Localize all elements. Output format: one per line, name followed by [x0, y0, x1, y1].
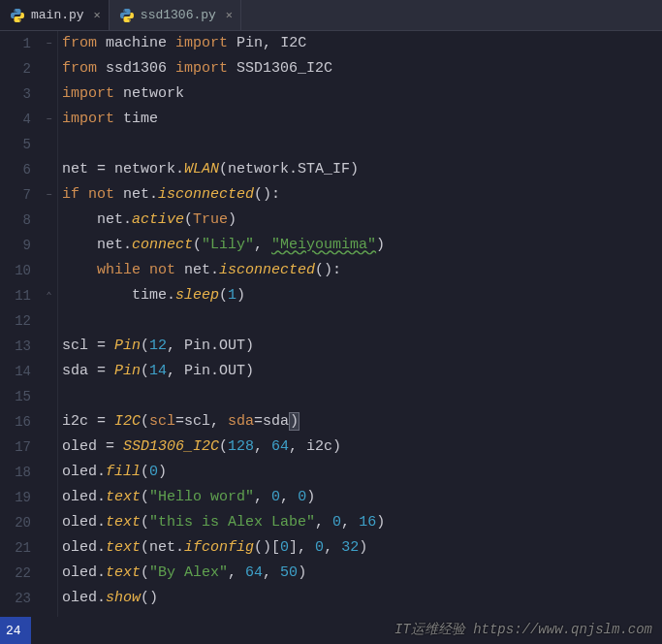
line-number: 1 — [0, 31, 31, 56]
code-line[interactable]: net = network.WLAN(network.STA_IF) — [62, 157, 662, 182]
code-line[interactable]: from machine import Pin, I2C — [62, 31, 662, 56]
fold-marker[interactable] — [41, 384, 57, 409]
code-line[interactable]: oled = SSD1306_I2C(128, 64, i2c) — [62, 435, 662, 460]
line-number: 16 — [0, 409, 31, 435]
line-number: 13 — [0, 334, 31, 359]
python-file-icon — [119, 8, 135, 23]
line-number: 21 — [0, 535, 31, 561]
tab-label: main.py — [31, 8, 84, 22]
fold-marker[interactable]: ⌃ — [41, 283, 57, 308]
fold-marker[interactable] — [41, 535, 57, 561]
line-number: 17 — [0, 435, 31, 460]
fold-marker[interactable] — [41, 510, 57, 535]
fold-marker[interactable] — [41, 132, 57, 157]
code-line[interactable] — [62, 308, 662, 334]
python-file-icon — [10, 8, 25, 23]
code-line[interactable]: if not net.isconnected(): — [62, 182, 662, 208]
code-line[interactable]: import time — [62, 107, 662, 132]
code-line[interactable]: import network — [62, 81, 662, 107]
code-line[interactable]: scl = Pin(12, Pin.OUT) — [62, 334, 662, 359]
code-line[interactable] — [62, 384, 662, 409]
code-line[interactable]: time.sleep(1) — [62, 283, 662, 308]
line-number: 20 — [0, 510, 31, 535]
fold-marker[interactable] — [41, 561, 57, 586]
code-line[interactable]: oled.text(net.ifconfig()[0], 0, 32) — [62, 535, 662, 561]
line-number: 14 — [0, 359, 31, 384]
code-line[interactable]: from ssd1306 import SSD1306_I2C — [62, 56, 662, 81]
line-number: 10 — [0, 258, 31, 283]
fold-marker[interactable] — [41, 334, 57, 359]
code-line[interactable]: oled.show() — [62, 586, 662, 611]
line-number: 8 — [0, 208, 31, 233]
code-line[interactable]: sda = Pin(14, Pin.OUT) — [62, 359, 662, 384]
line-number: 4 — [0, 107, 31, 132]
editor-area[interactable]: 1234567891011121314151617181920212223 −−… — [0, 31, 662, 617]
fold-marker[interactable] — [41, 308, 57, 334]
fold-marker[interactable] — [41, 208, 57, 233]
code-line[interactable]: while not net.isconnected(): — [62, 258, 662, 283]
line-number: 15 — [0, 384, 31, 409]
line-number: 5 — [0, 132, 31, 157]
code-line[interactable]: oled.fill(0) — [62, 460, 662, 485]
fold-marker[interactable]: − — [41, 182, 57, 208]
fold-marker[interactable] — [41, 586, 57, 611]
status-bar: 24 — [0, 617, 31, 644]
fold-marker[interactable] — [41, 485, 57, 510]
tab-bar: main.py ✕ ssd1306.py ✕ — [0, 0, 662, 31]
line-number: 18 — [0, 460, 31, 485]
tab-main-py[interactable]: main.py ✕ — [0, 0, 110, 30]
code-line[interactable]: net.connect("Lily", "Meiyoumima") — [62, 233, 662, 258]
code-line[interactable] — [62, 132, 662, 157]
fold-marker[interactable] — [41, 435, 57, 460]
code-line[interactable]: oled.text("By Alex", 64, 50) — [62, 561, 662, 586]
line-number: 19 — [0, 485, 31, 510]
line-number: 2 — [0, 56, 31, 81]
fold-marker[interactable] — [41, 258, 57, 283]
line-number: 6 — [0, 157, 31, 182]
close-icon[interactable]: ✕ — [226, 8, 233, 22]
line-gutter: 1234567891011121314151617181920212223 — [0, 31, 41, 617]
code-line[interactable]: net.active(True) — [62, 208, 662, 233]
code-content[interactable]: from machine import Pin, I2Cfrom ssd1306… — [58, 31, 662, 617]
close-icon[interactable]: ✕ — [94, 8, 101, 22]
code-line[interactable]: oled.text("Hello word", 0, 0) — [62, 485, 662, 510]
line-number: 12 — [0, 308, 31, 334]
status-line-col: 24 — [6, 624, 21, 638]
fold-marker[interactable] — [41, 359, 57, 384]
line-number: 11 — [0, 283, 31, 308]
fold-marker[interactable] — [41, 81, 57, 107]
line-number: 7 — [0, 182, 31, 208]
line-number: 22 — [0, 561, 31, 586]
fold-marker[interactable] — [41, 460, 57, 485]
fold-column[interactable]: −−−⌃ — [41, 31, 58, 617]
fold-marker[interactable] — [41, 409, 57, 435]
fold-marker[interactable] — [41, 56, 57, 81]
line-number: 9 — [0, 233, 31, 258]
tab-ssd1306-py[interactable]: ssd1306.py ✕ — [110, 0, 241, 30]
fold-marker[interactable] — [41, 233, 57, 258]
fold-marker[interactable] — [41, 157, 57, 182]
tab-label: ssd1306.py — [141, 8, 216, 22]
line-number: 23 — [0, 586, 31, 611]
line-number: 3 — [0, 81, 31, 107]
code-line[interactable]: oled.text("this is Alex Labe", 0, 16) — [62, 510, 662, 535]
fold-marker[interactable]: − — [41, 107, 57, 132]
code-line[interactable]: i2c = I2C(scl=scl, sda=sda) — [62, 409, 662, 435]
watermark-text: IT运维经验 https://www.qnjslm.com — [394, 621, 652, 638]
fold-marker[interactable]: − — [41, 31, 57, 56]
